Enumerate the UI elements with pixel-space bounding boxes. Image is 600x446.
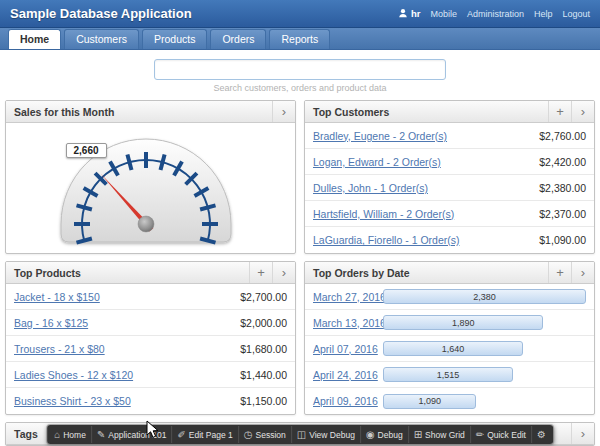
panel-actions: + › (548, 101, 594, 122)
person-icon (398, 8, 408, 20)
order-bar-value: 1,090 (418, 396, 441, 406)
panel-actions: › (272, 101, 295, 122)
top-orders-list: March 27, 2016 2,380 March 13, 2016 1,89… (305, 284, 594, 414)
add-button[interactable]: + (548, 101, 571, 122)
row-amount: $1,680.00 (240, 343, 287, 355)
table-row: Jacket - 18 x $150 $2,700.00 (6, 284, 295, 310)
show-grid-icon: ⊞ (414, 429, 422, 440)
table-row: Business Shirt - 23 x $50 $1,150.00 (6, 388, 295, 414)
row-amount: $1,090.00 (539, 234, 586, 246)
link-mobile[interactable]: Mobile (430, 9, 457, 19)
link-help[interactable]: Help (534, 9, 553, 19)
order-date-link[interactable]: March 27, 2016 (313, 291, 377, 303)
table-row: April 07, 2016 1,640 (305, 336, 594, 362)
row-amount: $2,380.00 (539, 182, 586, 194)
link-logout[interactable]: Logout (562, 9, 590, 19)
table-row: LaGuardia, Fiorello - 1 Order(s) $1,090.… (305, 227, 594, 253)
order-bar-track: 2,380 (383, 289, 586, 304)
toolbar-debug[interactable]: ◉ Debug (360, 426, 408, 443)
panel-title: Tags (14, 428, 38, 440)
table-row: April 09, 2016 1,090 (305, 388, 594, 414)
add-button[interactable]: + (249, 262, 272, 283)
session-clock-icon: ◷ (244, 429, 253, 440)
customer-link[interactable]: Dulles, John - 1 Order(s) (313, 182, 428, 194)
table-row: Trousers - 21 x $80 $1,680.00 (6, 336, 295, 362)
row-amount: $2,760.00 (539, 130, 586, 142)
panel-top-products-header: Top Products + › (6, 262, 295, 284)
toolbar-show-grid[interactable]: ⊞ Show Grid (408, 426, 470, 443)
table-row: March 27, 2016 2,380 (305, 284, 594, 310)
customer-link[interactable]: Bradley, Eugene - 2 Order(s) (313, 130, 447, 142)
gear-icon: ⚙ (537, 429, 546, 440)
tab-reports[interactable]: Reports (269, 29, 330, 49)
customer-link[interactable]: Logan, Edward - 2 Order(s) (313, 156, 441, 168)
add-button[interactable]: + (548, 262, 571, 283)
panel-sales-header: Sales for this Month › (6, 101, 295, 123)
table-row: Hartsfield, William - 2 Order(s) $2,370.… (305, 201, 594, 227)
search-input[interactable] (154, 59, 446, 80)
product-link[interactable]: Trousers - 21 x $80 (14, 343, 105, 355)
customer-link[interactable]: LaGuardia, Fiorello - 1 Order(s) (313, 234, 459, 246)
tab-orders[interactable]: Orders (210, 29, 266, 49)
tab-home[interactable]: Home (8, 29, 61, 49)
toolbar-session[interactable]: ◷ Session (238, 426, 291, 443)
panel-top-customers: Top Customers + › Bradley, Eugene - 2 Or… (304, 100, 595, 254)
open-panel-button[interactable]: › (272, 101, 295, 122)
gauge-value-label: 2,660 (66, 143, 107, 158)
toolbar-item-label: Home (63, 430, 86, 440)
tab-customers[interactable]: Customers (64, 29, 139, 49)
product-link[interactable]: Bag - 16 x $125 (14, 317, 88, 329)
order-bar: 1,890 (383, 315, 543, 330)
dashboard-grid: Sales for this Month › (0, 97, 600, 415)
order-bar-value: 2,380 (473, 292, 496, 302)
open-panel-button[interactable]: › (272, 262, 295, 283)
open-panel-button[interactable]: › (571, 101, 594, 122)
toolbar-settings[interactable]: ⚙ (531, 426, 551, 443)
order-bar-value: 1,890 (452, 318, 475, 328)
toolbar-view-debug[interactable]: ◫ View Debug (291, 426, 360, 443)
customer-link[interactable]: Hartsfield, William - 2 Order(s) (313, 208, 454, 220)
search-section: Search customers, orders and product dat… (0, 50, 600, 97)
row-amount: $2,000.00 (240, 317, 287, 329)
toolbar-home[interactable]: ⌂ Home (49, 426, 91, 443)
product-link[interactable]: Business Shirt - 23 x $50 (14, 395, 131, 407)
panel-title: Sales for this Month (14, 106, 114, 118)
row-amount: $1,440.00 (240, 369, 287, 381)
toolbar-item-label: Debug (378, 430, 403, 440)
app-header: Sample Database Application hr Mobile Ad… (0, 0, 600, 28)
order-date-link[interactable]: April 07, 2016 (313, 343, 377, 355)
product-link[interactable]: Jacket - 18 x $150 (14, 291, 100, 303)
tab-products[interactable]: Products (142, 29, 207, 49)
panel-top-orders: Top Orders by Date + › March 27, 2016 2,… (304, 261, 595, 415)
top-customers-list: Bradley, Eugene - 2 Order(s) $2,760.00 L… (305, 123, 594, 253)
sales-gauge: 2,660 (36, 124, 266, 252)
top-products-list: Jacket - 18 x $150 $2,700.00 Bag - 16 x … (6, 284, 295, 414)
debug-toolbar: ⌂ Home ✎ Application 101 ✐ Edit Page 1 ◷… (47, 425, 553, 444)
link-administration[interactable]: Administration (467, 9, 524, 19)
user-menu[interactable]: hr (398, 8, 421, 20)
gauge-knob (138, 216, 154, 232)
table-row: Bradley, Eugene - 2 Order(s) $2,760.00 (305, 123, 594, 149)
table-row: Dulles, John - 1 Order(s) $2,380.00 (305, 175, 594, 201)
edit-page-icon: ✐ (177, 429, 185, 440)
toolbar-edit-page[interactable]: ✐ Edit Page 1 (171, 426, 237, 443)
toolbar-item-label: Session (255, 430, 285, 440)
toolbar-quick-edit[interactable]: ✏ Quick Edit (470, 426, 531, 443)
product-link[interactable]: Ladies Shoes - 12 x $120 (14, 369, 133, 381)
toolbar-item-label: Quick Edit (487, 430, 526, 440)
tab-bar: Home Customers Products Orders Reports (0, 28, 600, 50)
order-bar-track: 1,515 (383, 367, 586, 382)
header-links: hr Mobile Administration Help Logout (398, 8, 590, 20)
home-icon: ⌂ (54, 429, 60, 440)
open-panel-button[interactable]: › (571, 262, 594, 283)
order-bar-track: 1,640 (383, 341, 586, 356)
order-date-link[interactable]: April 24, 2016 (313, 369, 377, 381)
panel-top-products: Top Products + › Jacket - 18 x $150 $2,7… (5, 261, 296, 415)
table-row: Ladies Shoes - 12 x $120 $1,440.00 (6, 362, 295, 388)
toolbar-application-101[interactable]: ✎ Application 101 (91, 426, 172, 443)
panel-sales: Sales for this Month › (5, 100, 296, 254)
edit-application-icon: ✎ (97, 429, 105, 440)
order-date-link[interactable]: March 13, 2016 (313, 317, 377, 329)
open-panel-button[interactable]: › (571, 423, 594, 444)
order-date-link[interactable]: April 09, 2016 (313, 395, 377, 407)
